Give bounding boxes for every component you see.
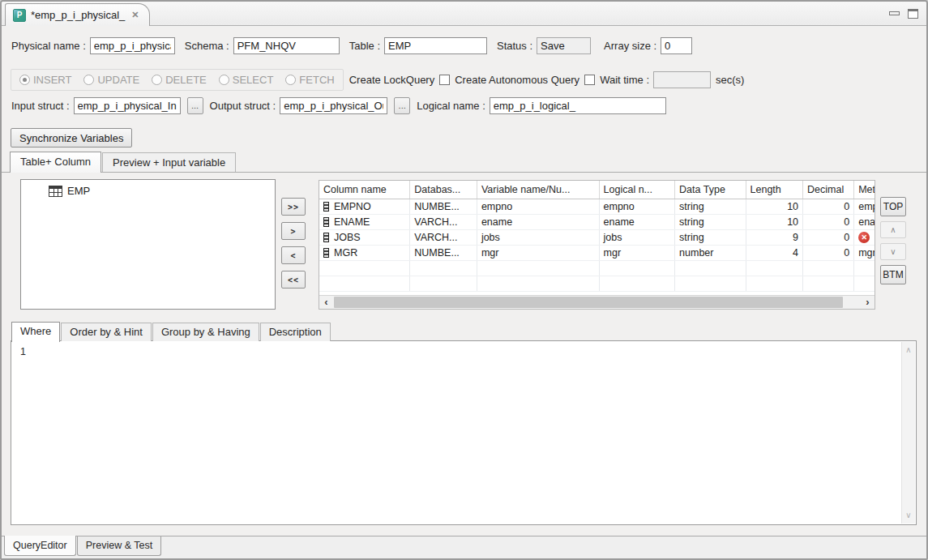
create-lockquery-checkbox[interactable] [439, 75, 450, 85]
close-icon[interactable]: ✕ [131, 10, 139, 20]
tab-order-by-hint[interactable]: Order by & Hint [61, 323, 152, 341]
header-decimal[interactable]: Decimal [803, 181, 854, 199]
tab-where[interactable]: Where [11, 322, 60, 342]
input-struct-field[interactable] [74, 97, 181, 114]
radio-update: UPDATE [83, 74, 139, 86]
logical-name-label: Logical name : [417, 100, 485, 112]
table-row-mgr[interactable]: MGR NUMBE... mgr mgr number 4 0 mgr [319, 245, 875, 260]
column-mapping-table: Column name Databas... Variable name/Nu.… [319, 180, 875, 310]
editor-tabbar: P *emp_p_i_physical_ ✕ [2, 2, 926, 26]
logical-name-field[interactable] [490, 97, 666, 114]
header-variable-name[interactable]: Variable name/Nu... [477, 181, 599, 199]
tab-preview-input-variable[interactable]: Preview + Input variable [102, 152, 236, 172]
radio-delete-dot [152, 75, 162, 85]
status-field [537, 37, 591, 54]
array-size-label: Array size : [604, 40, 656, 52]
horizontal-scrollbar[interactable]: ‹ › [319, 295, 875, 309]
scroll-left-icon[interactable]: ‹ [319, 296, 333, 309]
error-icon: ✕ [858, 232, 870, 243]
tab-group-by-having[interactable]: Group by & Having [152, 323, 259, 341]
table-icon [49, 186, 62, 197]
horizontal-scroll-thumb[interactable] [334, 297, 843, 308]
table-row-empty [319, 260, 875, 276]
table-row-jobs[interactable]: JOBS VARCH... jobs jobs string 9 0 ✕ [319, 229, 875, 245]
move-all-right-button[interactable]: >> [281, 198, 306, 216]
scroll-right-icon[interactable]: › [861, 296, 875, 309]
status-label: Status : [497, 40, 532, 52]
physical-name-label: Physical name : [11, 40, 86, 52]
form-row-structs: Input struct : ... Output struct : ... L… [11, 97, 666, 114]
tab-preview-test[interactable]: Preview & Test [77, 536, 161, 556]
radio-fetch: FETCH [285, 74, 334, 86]
table-row-ename[interactable]: ENAME VARCH... ename ename string 10 0 e… [319, 214, 875, 229]
header-data-type[interactable]: Data Type [675, 181, 746, 199]
main-tabstrip: Table+ Column Preview + Input variable [2, 152, 926, 173]
table-tree-list[interactable]: EMP [20, 179, 276, 310]
where-clause-editor: 1 ∧ ∨ [11, 340, 917, 525]
query-editor-window: P *emp_p_i_physical_ ✕ Physical name : S… [0, 0, 928, 560]
query-type-radiogroup: INSERT UPDATE DELETE SELECT FETCH [11, 69, 344, 91]
tab-query-editor[interactable]: QueryEditor [4, 536, 76, 556]
create-autonomous-checkbox[interactable] [584, 75, 595, 85]
move-left-button[interactable]: < [281, 246, 306, 264]
input-struct-browse-button[interactable]: ... [187, 97, 203, 114]
where-clause-text[interactable]: 1 [12, 342, 900, 524]
table-header-row: Column name Databas... Variable name/Nu.… [319, 181, 875, 199]
radio-select: SELECT [219, 74, 274, 86]
radio-update-dot [83, 75, 94, 85]
move-up-button[interactable]: ∧ [880, 221, 906, 238]
editor-tab[interactable]: P *emp_p_i_physical_ ✕ [5, 3, 150, 26]
vertical-scrollbar[interactable]: ∧ ∨ [901, 342, 915, 524]
table-field[interactable] [384, 37, 487, 54]
schema-label: Schema : [185, 40, 229, 52]
form-row-options: INSERT UPDATE DELETE SELECT FETCH Create… [2, 69, 744, 91]
column-field-icon [323, 233, 329, 242]
radio-fetch-dot [285, 75, 296, 85]
schema-field[interactable] [233, 37, 340, 54]
wait-time-field [653, 71, 711, 88]
tree-item-label: EMP [67, 185, 90, 197]
tab-table-column[interactable]: Table+ Column [10, 152, 101, 173]
output-struct-browse-button[interactable]: ... [394, 97, 410, 114]
create-autonomous-label: Create Autonomous Query [455, 74, 579, 86]
column-mapping-table-viewport: Column name Databas... Variable name/Nu.… [319, 181, 875, 294]
create-lockquery-label: Create LockQuery [349, 74, 435, 86]
header-column-name[interactable]: Column name [319, 181, 410, 199]
view-window-buttons [889, 9, 918, 19]
physical-name-field[interactable] [90, 37, 175, 54]
wait-time-label: Wait time : [600, 74, 649, 86]
radio-select-dot [219, 75, 229, 85]
file-type-icon: P [13, 9, 26, 22]
output-struct-field[interactable] [280, 97, 387, 114]
move-top-button[interactable]: TOP [880, 197, 906, 216]
maximize-icon[interactable] [908, 9, 918, 19]
table-row-empty [319, 276, 875, 291]
move-bottom-button[interactable]: BTM [880, 265, 906, 284]
tree-item-emp[interactable]: EMP [21, 180, 275, 197]
wait-time-unit-label: sec(s) [716, 74, 744, 86]
transfer-buttons: >> > < << [281, 198, 306, 289]
form-row-identity: Physical name : Schema : Table : Status … [11, 37, 692, 54]
tab-description[interactable]: Description [260, 323, 331, 341]
column-field-icon [323, 248, 329, 258]
table-row-empno[interactable]: EMPNO NUMBE... empno empno string 10 0 e… [319, 199, 875, 214]
scroll-up-icon[interactable]: ∧ [902, 344, 915, 357]
row-order-buttons: TOP ∧ ∨ BTM [880, 197, 906, 284]
array-size-field[interactable] [661, 37, 692, 54]
header-meta-id[interactable]: Meta ID [854, 181, 875, 199]
move-all-left-button[interactable]: << [281, 271, 306, 289]
synchronize-variables-button[interactable]: Synchronize Variables [11, 128, 132, 147]
radio-insert-dot [19, 75, 30, 85]
scroll-down-icon[interactable]: ∨ [902, 509, 915, 522]
bottom-tabbar: QueryEditor Preview & Test [2, 536, 926, 558]
editor-tab-title: *emp_p_i_physical_ [31, 9, 125, 21]
column-field-icon [323, 217, 329, 227]
header-length[interactable]: Length [746, 181, 802, 199]
radio-insert: INSERT [19, 74, 71, 86]
move-down-button[interactable]: ∨ [880, 243, 906, 260]
header-logical-name[interactable]: Logical n... [599, 181, 675, 199]
move-right-button[interactable]: > [281, 222, 306, 240]
minimize-icon[interactable] [889, 11, 900, 15]
header-database-type[interactable]: Databas... [410, 181, 477, 199]
input-struct-label: Input struct : [11, 100, 70, 112]
